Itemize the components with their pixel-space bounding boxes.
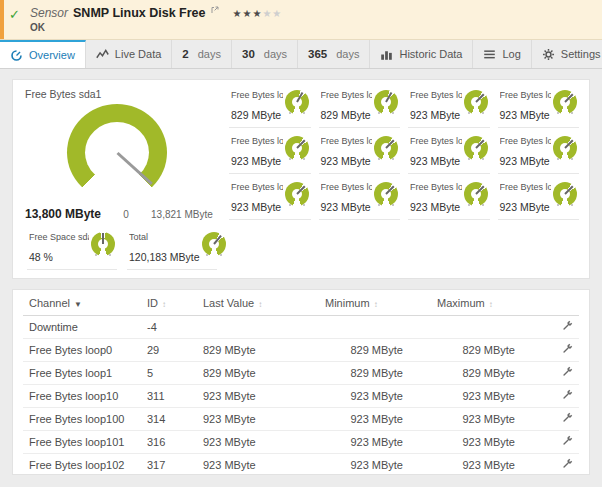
column-header-label: Last Value	[203, 297, 254, 309]
stars-filled: ★★★	[232, 8, 262, 19]
channel-gauge-label: Free Bytes loop12	[500, 136, 552, 146]
tab-label: Log	[502, 48, 520, 60]
channel-settings-icon[interactable]	[561, 458, 573, 470]
channel-gauge-cell: Free Space sda148 %	[27, 230, 117, 270]
tab-historic-data[interactable]: Historic Data	[370, 40, 473, 68]
tab-settings[interactable]: Settings	[532, 40, 602, 68]
sensor-type-link-icon[interactable]	[211, 4, 219, 16]
channel-gauge-cell: Free Bytes loop11923 MByte	[408, 134, 490, 174]
table-row: Free Bytes loop100314923 MByte923 MByte9…	[23, 408, 579, 431]
channel-name: Free Bytes loop10	[23, 385, 141, 408]
maximum-value	[431, 316, 543, 339]
channel-gauge-value: 923 MByte	[231, 155, 283, 167]
channel-gauge-dial	[374, 90, 398, 114]
column-header-last-value[interactable]: Last Value↕	[197, 290, 319, 316]
channel-gauge-value: 829 MByte	[321, 109, 373, 121]
minimum-value: 829 MByte	[319, 339, 431, 362]
channel-gauge-value: 923 MByte	[410, 155, 462, 167]
channel-gauge-cell: Total120,183 MByte	[127, 230, 217, 270]
last-value: 923 MByte	[197, 408, 319, 431]
channel-table-panel: Channel▼ID↕Last Value↕Minimum↕Maximum↕ D…	[12, 289, 590, 475]
channel-name: Free Bytes loop100	[23, 408, 141, 431]
channel-gauge-value: 923 MByte	[321, 201, 373, 213]
channel-gauge-value: 120,183 MByte	[129, 251, 200, 263]
channel-id: 311	[141, 385, 197, 408]
channel-settings-icon[interactable]	[561, 389, 573, 401]
settings-tab-icon	[542, 48, 555, 61]
row-tools-cell	[543, 339, 579, 362]
channel-gauge-label: Free Bytes loop10	[410, 90, 462, 100]
last-value: 829 MByte	[197, 339, 319, 362]
column-header-maximum[interactable]: Maximum↕	[431, 290, 543, 316]
column-header-id[interactable]: ID↕	[141, 290, 197, 316]
tab-label: Historic Data	[399, 48, 462, 60]
sort-idle-icon: ↕	[162, 300, 166, 309]
sort-idle-icon: ↕	[374, 300, 378, 309]
table-row: Free Bytes loop15829 MByte829 MByte829 M…	[23, 362, 579, 385]
channel-settings-icon[interactable]	[561, 320, 573, 332]
gauges-panel: Free Bytes sda1 13,800 MByte 0 13,821 MB…	[12, 79, 590, 279]
main-gauge-scale: 13,800 MByte 0 13,821 MByte	[25, 207, 221, 221]
main-gauge-scale-max: 13,821 MByte	[151, 209, 221, 220]
tab-label-number: 365	[308, 48, 327, 60]
channel-gauge-value: 829 MByte	[231, 109, 283, 121]
tab-bar: OverviewLive Data2days30days365daysHisto…	[0, 40, 602, 69]
channel-gauge-value: 923 MByte	[410, 201, 462, 213]
channel-settings-icon[interactable]	[561, 412, 573, 424]
tab-overview[interactable]: Overview	[0, 40, 86, 68]
channel-gauge-label: Free Bytes loop15	[410, 182, 462, 192]
tab-label-number: 2	[182, 48, 188, 60]
channel-gauge-dial	[464, 90, 488, 114]
tab-live-data[interactable]: Live Data	[86, 40, 172, 68]
channel-settings-icon[interactable]	[561, 435, 573, 447]
tab-365-days[interactable]: 365days	[298, 40, 370, 68]
channel-id: 314	[141, 408, 197, 431]
main-gauge-value: 13,800 MByte	[25, 207, 109, 221]
last-value: 923 MByte	[197, 385, 319, 408]
title-block: Sensor SNMP Linux Disk Free ★★★★★ OK	[30, 6, 592, 33]
channel-settings-icon[interactable]	[561, 343, 573, 355]
channel-gauge-label: Free Bytes loop11	[410, 136, 462, 146]
last-value	[197, 316, 319, 339]
maximum-value: 923 MByte	[431, 454, 543, 476]
table-row: Free Bytes loop10311923 MByte923 MByte92…	[23, 385, 579, 408]
channel-gauge-cell: Free Bytes loop100923 MByte	[498, 88, 580, 128]
channel-gauge-label: Free Bytes loop102	[321, 136, 373, 146]
tab-label-suffix: days	[336, 48, 359, 60]
live-data-tab-icon	[96, 48, 109, 61]
table-row: Free Bytes loop102317923 MByte923 MByte9…	[23, 454, 579, 476]
column-header-label: Channel	[29, 297, 70, 309]
channel-gauge-dial	[553, 136, 577, 160]
column-header-channel[interactable]: Channel▼	[23, 290, 141, 316]
row-tools-cell	[543, 408, 579, 431]
row-tools-cell	[543, 454, 579, 476]
historic-data-tab-icon	[380, 48, 393, 61]
channel-gauge-dial	[285, 182, 309, 206]
channel-name: Free Bytes loop1	[23, 362, 141, 385]
table-row: Downtime-4	[23, 316, 579, 339]
channel-name: Free Bytes loop102	[23, 454, 141, 476]
channel-gauge-value: 923 MByte	[500, 155, 552, 167]
tab-30-days[interactable]: 30days	[232, 40, 298, 68]
priority-stars[interactable]: ★★★★★	[232, 8, 282, 19]
channel-gauge-cell: Free Bytes loop101923 MByte	[229, 134, 311, 174]
main-gauge-needle	[116, 151, 152, 184]
channel-gauge-dial	[374, 182, 398, 206]
channel-gauge-value: 48 %	[29, 251, 89, 263]
maximum-value: 923 MByte	[431, 385, 543, 408]
minimum-value: 923 MByte	[319, 454, 431, 476]
channel-gauge-cell: Free Bytes loop12923 MByte	[498, 134, 580, 174]
channel-name: Free Bytes loop101	[23, 431, 141, 454]
minimum-value: 923 MByte	[319, 408, 431, 431]
maximum-value: 923 MByte	[431, 408, 543, 431]
channel-name: Free Bytes loop0	[23, 339, 141, 362]
column-header-tools	[543, 290, 579, 316]
channel-gauges-grid: Free Bytes loop0829 MByteFree Bytes loop…	[229, 88, 579, 270]
object-kind-label: Sensor	[30, 6, 68, 20]
main-gauge-dial	[67, 104, 167, 201]
tab-log[interactable]: Log	[473, 40, 531, 68]
column-header-minimum[interactable]: Minimum↕	[319, 290, 431, 316]
channel-settings-icon[interactable]	[561, 366, 573, 378]
tab-2-days[interactable]: 2days	[172, 40, 232, 68]
channel-name: Downtime	[23, 316, 141, 339]
